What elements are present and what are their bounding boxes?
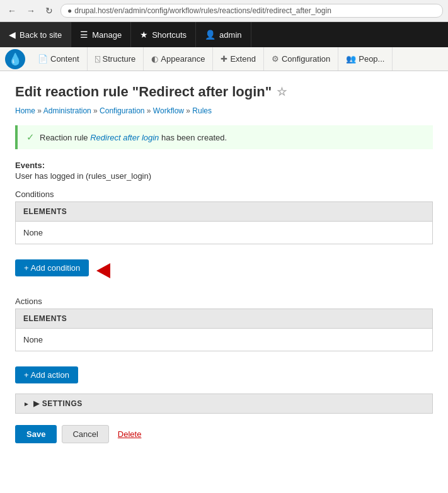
events-value: User has logged in (rules_user_login) [15,171,433,181]
extend-label: Extend [230,54,255,64]
success-rule-name: Redirect after login [90,133,159,142]
configuration-icon: ⚙ [272,54,279,64]
actions-elements-header: ELEMENTS [16,309,432,329]
page-title: Edit reaction rule "Redirect after login… [15,84,272,100]
breadcrumb-workflow[interactable]: Workflow [153,106,184,115]
appearance-nav-item[interactable]: ◐ Appearance [144,47,213,71]
events-label: Events: [15,161,433,170]
actions-title: Actions [15,297,433,306]
add-condition-button[interactable]: + Add condition [15,259,89,276]
admin-item[interactable]: 👤 admin [196,22,251,47]
breadcrumb-config[interactable]: Configuration [100,106,144,115]
form-actions: Save Cancel Delete [15,425,433,443]
content-icon: 📄 [38,54,48,64]
back-to-site-label: Back to site [20,30,62,40]
breadcrumb-sep4: » [186,106,192,115]
bookmark-icon[interactable]: ☆ [277,85,287,99]
breadcrumb-sep2: » [93,106,100,115]
structure-label: Structure [103,54,136,64]
arrow-indicator [96,263,110,278]
delete-button[interactable]: Delete [114,429,146,439]
cancel-button[interactable]: Cancel [62,425,108,443]
triangle-icon: ► [23,400,30,407]
drupal-logo[interactable]: 💧 [5,49,25,69]
breadcrumb-rules[interactable]: Rules [192,106,212,115]
browser-chrome: ← → ↻ ● drupal.host/en/admin/config/work… [0,0,448,22]
manage-item[interactable]: ☰ Manage [71,22,131,47]
success-message: ✓ Reaction rule Redirect after login has… [15,125,433,149]
admin-toolbar: ◀ Back to site ☰ Manage ★ Shortcuts 👤 ad… [0,22,448,47]
people-label: Peop... [359,54,384,64]
shortcuts-label: Shortcuts [152,30,187,40]
breadcrumb-sep3: » [147,106,153,115]
success-text: Reaction rule Redirect after login has b… [40,133,227,142]
manage-label: Manage [92,30,122,40]
appearance-label: Appearance [161,54,205,64]
extend-nav-item[interactable]: ✚ Extend [213,47,263,71]
add-action-button[interactable]: + Add action [15,366,78,383]
admin-label: admin [219,30,241,40]
actions-section: Actions ELEMENTS None [15,297,433,351]
menu-icon: ☰ [80,30,88,40]
content-nav-item[interactable]: 📄 Content [30,47,88,71]
reload-button[interactable]: ↻ [43,4,55,17]
conditions-none: None [16,222,432,244]
main-content: Edit reaction rule "Redirect after login… [0,71,448,456]
actions-table: ELEMENTS None [15,309,433,351]
breadcrumb: Home » Administration » Configuration » … [15,106,433,115]
settings-section: ► ▶ SETTINGS [15,394,433,414]
actions-none: None [16,329,432,351]
conditions-elements-header: ELEMENTS [16,202,432,222]
forward-button[interactable]: → [24,4,38,17]
conditions-section: Conditions ELEMENTS None [15,190,433,244]
settings-header[interactable]: ► ▶ SETTINGS [16,394,432,413]
people-nav-item[interactable]: 👥 Peop... [338,47,393,71]
user-icon: 👤 [205,30,215,40]
breadcrumb-admin[interactable]: Administration [43,106,91,115]
breadcrumb-home[interactable]: Home [15,106,35,115]
add-condition-row: + Add condition [15,254,433,286]
page-title-container: Edit reaction rule "Redirect after login… [15,84,433,100]
shortcuts-item[interactable]: ★ Shortcuts [131,22,196,47]
extend-icon: ✚ [221,54,227,64]
success-prefix: Reaction rule [40,133,88,142]
star-toolbar-icon: ★ [140,30,148,40]
back-button[interactable]: ← [5,4,19,17]
appearance-icon: ◐ [151,54,158,64]
back-to-site-item[interactable]: ◀ Back to site [0,22,71,47]
settings-label: ▶ SETTINGS [33,399,82,408]
save-button[interactable]: Save [15,425,57,443]
secondary-nav: 💧 📄 Content ⍂ Structure ◐ Appearance ✚ E… [0,47,448,71]
checkmark-icon: ✓ [26,132,35,143]
structure-nav-item[interactable]: ⍂ Structure [88,47,144,71]
url-bar[interactable]: ● drupal.host/en/admin/config/workflow/r… [60,4,443,18]
people-icon: 👥 [346,54,356,64]
configuration-nav-item[interactable]: ⚙ Configuration [264,47,338,71]
conditions-table: ELEMENTS None [15,201,433,244]
conditions-title: Conditions [15,190,433,199]
configuration-label: Configuration [282,54,330,64]
url-text: drupal.host/en/admin/config/workflow/rul… [74,6,331,15]
red-arrow-icon [96,263,110,278]
content-label: Content [50,54,79,64]
structure-icon: ⍂ [95,54,100,64]
lock-icon: ● [67,6,72,15]
breadcrumb-sep1: » [37,106,43,115]
back-arrow-icon: ◀ [9,30,16,40]
success-suffix: has been created. [161,133,227,142]
